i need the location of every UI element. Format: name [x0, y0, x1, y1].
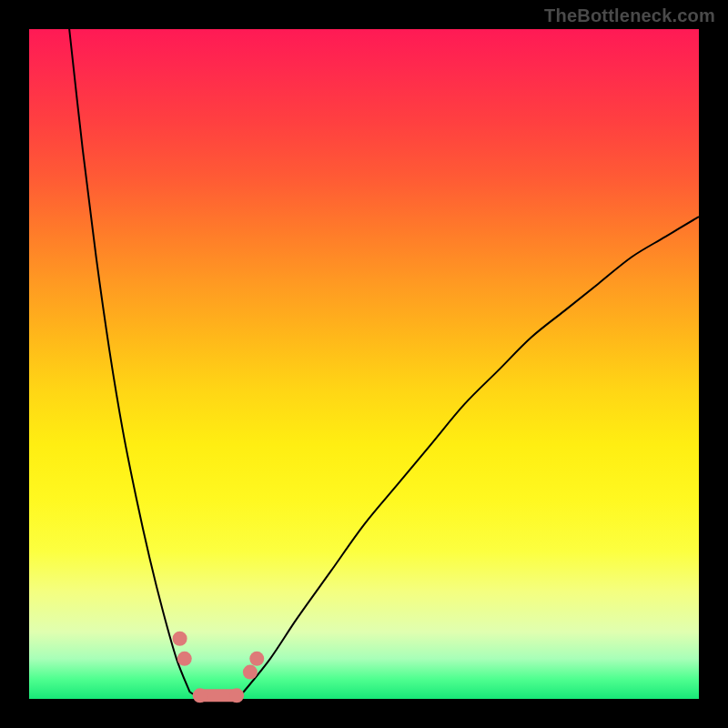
marker-right-dot-upper — [249, 652, 264, 666]
plot-area — [29, 29, 699, 699]
marker-valley-dot-L — [193, 688, 207, 703]
chart-frame: TheBottleneck.com — [0, 0, 728, 728]
curve-left-branch — [69, 29, 189, 693]
marker-left-dot-lower — [177, 652, 192, 666]
curve-right-branch — [244, 217, 699, 693]
marker-right-dot-lower — [243, 665, 258, 680]
marker-left-dot-upper — [173, 632, 187, 646]
curves-svg — [29, 29, 699, 699]
marker-valley-dot-R — [229, 688, 244, 703]
watermark-text: TheBottleneck.com — [544, 5, 715, 26]
